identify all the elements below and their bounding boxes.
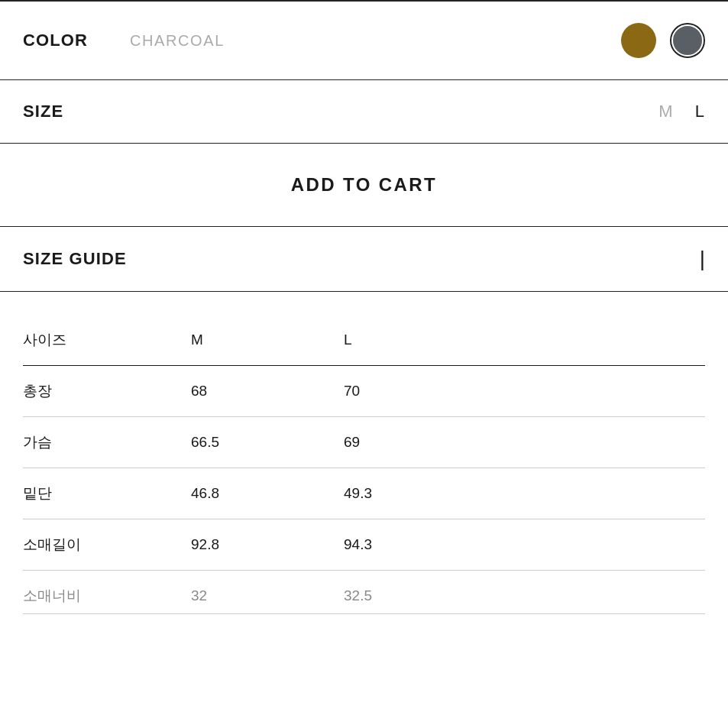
row-l-가슴: 69 (344, 417, 705, 468)
size-table: 사이즈 M L 총장 68 70 가슴 66.5 69 밑단 4 (23, 315, 705, 614)
size-guide-section: SIZE GUIDE | (0, 227, 728, 292)
row-m-소매너비: 32 (191, 571, 344, 614)
color-section: COLOR CHARCOAL (0, 1, 728, 80)
row-l-소매너비: 32.5 (344, 571, 705, 614)
size-option-m[interactable]: M (658, 102, 673, 121)
cart-section: ADD TO CART (0, 144, 728, 227)
color-swatches (621, 23, 705, 58)
row-m-가슴: 66.5 (191, 417, 344, 468)
color-swatch-tan[interactable] (621, 23, 656, 58)
table-row: 총장 68 70 (23, 366, 705, 417)
row-label-소매너비: 소매너비 (23, 571, 191, 614)
row-label-가슴: 가슴 (23, 417, 191, 468)
row-m-총장: 68 (191, 366, 344, 417)
size-guide-label: SIZE GUIDE (23, 249, 127, 269)
row-l-총장: 70 (344, 366, 705, 417)
color-selected-name: CHARCOAL (130, 32, 225, 50)
table-row: 밑단 46.8 49.3 (23, 468, 705, 519)
row-l-소매길이: 94.3 (344, 519, 705, 571)
row-label-소매길이: 소매길이 (23, 519, 191, 571)
col-header-l: L (344, 315, 705, 366)
row-label-총장: 총장 (23, 366, 191, 417)
size-section: SIZE M L (0, 80, 728, 144)
row-label-밑단: 밑단 (23, 468, 191, 519)
product-options-panel: COLOR CHARCOAL SIZE M L ADD TO CART SIZE… (0, 0, 728, 614)
row-l-밑단: 49.3 (344, 468, 705, 519)
table-header-row: 사이즈 M L (23, 315, 705, 366)
size-table-wrapper: 사이즈 M L 총장 68 70 가슴 66.5 69 밑단 4 (0, 292, 728, 614)
color-swatch-charcoal[interactable] (670, 23, 705, 58)
size-label: SIZE (23, 102, 115, 121)
size-guide-toggle[interactable]: | (700, 248, 705, 270)
size-options: M L (658, 102, 705, 121)
color-label: COLOR (23, 31, 115, 50)
col-header-size: 사이즈 (23, 315, 191, 366)
add-to-cart-button[interactable]: ADD TO CART (260, 167, 468, 203)
row-m-소매길이: 92.8 (191, 519, 344, 571)
size-option-l[interactable]: L (695, 102, 705, 121)
table-row: 가슴 66.5 69 (23, 417, 705, 468)
table-row: 소매길이 92.8 94.3 (23, 519, 705, 571)
row-m-밑단: 46.8 (191, 468, 344, 519)
col-header-m: M (191, 315, 344, 366)
table-row last-row-partial: 소매너비 32 32.5 (23, 571, 705, 614)
